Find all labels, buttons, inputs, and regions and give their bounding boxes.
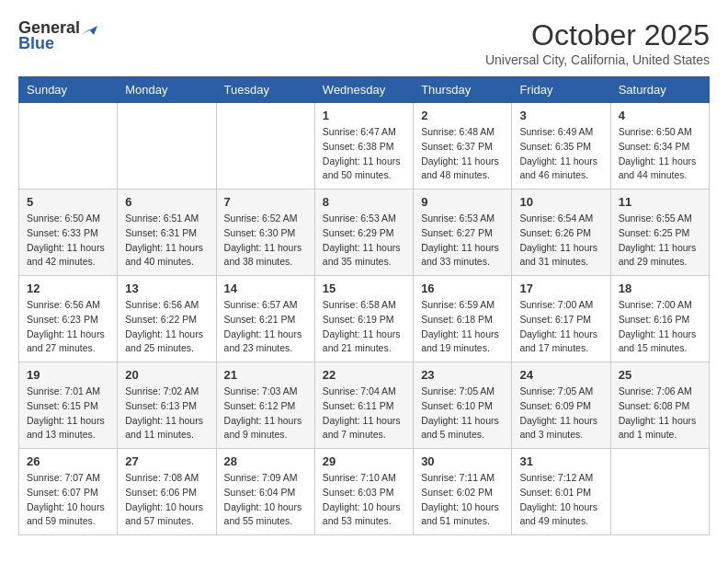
day-info: Sunrise: 7:00 AMSunset: 6:17 PMDaylight:… [519, 298, 602, 356]
calendar-cell-week2-day5: 10Sunrise: 6:54 AMSunset: 6:26 PMDayligh… [512, 190, 610, 276]
day-info-line: Sunrise: 6:53 AM [323, 213, 396, 224]
day-info: Sunrise: 7:07 AMSunset: 6:07 PMDaylight:… [27, 471, 109, 529]
day-info-line: Sunrise: 6:50 AM [27, 213, 100, 224]
day-info-line: and 48 minutes. [421, 169, 490, 180]
day-number: 17 [519, 282, 602, 295]
day-info-line: Sunset: 6:22 PM [125, 314, 197, 325]
calendar-cell-week5-day2: 28Sunrise: 7:09 AMSunset: 6:04 PMDayligh… [216, 449, 314, 535]
calendar-cell-week1-day5: 3Sunrise: 6:49 AMSunset: 6:35 PMDaylight… [512, 103, 610, 190]
day-info-line: and 11 minutes. [125, 429, 194, 440]
day-number: 9 [421, 195, 504, 209]
calendar-cell-week3-day6: 18Sunrise: 7:00 AMSunset: 6:16 PMDayligh… [610, 276, 709, 362]
day-number: 18 [619, 282, 701, 295]
day-info-line: Sunrise: 7:11 AM [421, 472, 495, 483]
day-info: Sunrise: 7:02 AMSunset: 6:13 PMDaylight:… [125, 385, 208, 442]
day-info-line: Sunset: 6:07 PM [27, 487, 98, 498]
day-info: Sunrise: 6:57 AMSunset: 6:21 PMDaylight:… [224, 298, 307, 356]
day-info-line: Sunrise: 6:50 AM [619, 126, 692, 137]
calendar-cell-week1-day6: 4Sunrise: 6:50 AMSunset: 6:34 PMDaylight… [610, 103, 709, 190]
day-info-line: Sunrise: 6:58 AM [323, 299, 396, 310]
page-header: General Blue October 2025 Universal City… [18, 18, 710, 67]
day-info-line: and 5 minutes. [421, 429, 484, 440]
calendar-week-1: 1Sunrise: 6:47 AMSunset: 6:38 PMDaylight… [19, 103, 710, 190]
weekday-header-row: SundayMondayTuesdayWednesdayThursdayFrid… [19, 77, 710, 103]
day-info: Sunrise: 7:09 AMSunset: 6:04 PMDaylight:… [224, 471, 307, 529]
day-number: 16 [421, 282, 504, 295]
day-info-line: Sunset: 6:37 PM [421, 141, 493, 152]
day-info-line: Sunset: 6:17 PM [519, 314, 591, 325]
day-info-line: Sunset: 6:29 PM [323, 227, 394, 238]
day-info-line: Sunrise: 7:04 AM [323, 385, 396, 396]
svg-marker-0 [81, 26, 97, 35]
day-info-line: Daylight: 11 hours [27, 328, 105, 339]
day-info-line: and 57 minutes. [125, 515, 194, 526]
day-number: 7 [224, 195, 307, 209]
day-number: 22 [323, 368, 405, 382]
calendar-cell-week5-day0: 26Sunrise: 7:07 AMSunset: 6:07 PMDayligh… [19, 449, 118, 535]
calendar-cell-week3-day0: 12Sunrise: 6:56 AMSunset: 6:23 PMDayligh… [19, 276, 118, 362]
calendar-cell-week2-day2: 7Sunrise: 6:52 AMSunset: 6:30 PMDaylight… [216, 190, 314, 276]
logo-bird-icon [81, 22, 97, 35]
day-info-line: Daylight: 10 hours [519, 501, 597, 512]
day-info-line: Sunrise: 7:08 AM [125, 472, 199, 483]
day-info-line: and 35 minutes. [323, 256, 392, 267]
day-info: Sunrise: 6:48 AMSunset: 6:37 PMDaylight:… [421, 125, 504, 183]
day-info: Sunrise: 6:50 AMSunset: 6:33 PMDaylight:… [27, 212, 109, 270]
title-area: October 2025 Universal City, California,… [485, 18, 710, 67]
day-number: 20 [125, 368, 208, 382]
weekday-header-thursday: Thursday [414, 77, 512, 103]
day-info-line: Daylight: 10 hours [323, 501, 401, 512]
day-info: Sunrise: 7:05 AMSunset: 6:09 PMDaylight:… [519, 385, 602, 442]
day-info-line: Daylight: 10 hours [125, 501, 203, 512]
day-info-line: Sunrise: 7:00 AM [619, 299, 692, 310]
day-info: Sunrise: 6:55 AMSunset: 6:25 PMDaylight:… [619, 212, 701, 270]
day-number: 27 [125, 454, 208, 468]
day-info-line: Sunrise: 7:07 AM [27, 472, 100, 483]
weekday-header-friday: Friday [512, 77, 610, 103]
day-info-line: and 40 minutes. [125, 256, 194, 267]
day-info-line: and 49 minutes. [519, 515, 588, 526]
calendar-week-3: 12Sunrise: 6:56 AMSunset: 6:23 PMDayligh… [19, 276, 710, 362]
day-info-line: Daylight: 11 hours [224, 415, 302, 426]
day-info-line: Sunrise: 6:47 AM [323, 126, 396, 137]
day-info-line: Daylight: 11 hours [421, 242, 499, 253]
day-info-line: and 42 minutes. [27, 256, 96, 267]
calendar-cell-week5-day5: 31Sunrise: 7:12 AMSunset: 6:01 PMDayligh… [512, 449, 610, 535]
day-info-line: Daylight: 10 hours [27, 501, 105, 512]
day-info-line: and 3 minutes. [519, 429, 583, 440]
day-number: 25 [619, 368, 701, 382]
day-info: Sunrise: 7:05 AMSunset: 6:10 PMDaylight:… [421, 385, 504, 442]
day-info-line: Sunset: 6:23 PM [27, 314, 98, 325]
weekday-header-tuesday: Tuesday [216, 77, 314, 103]
day-info-line: Sunset: 6:11 PM [323, 400, 394, 411]
day-number: 5 [27, 195, 109, 209]
day-info: Sunrise: 6:51 AMSunset: 6:31 PMDaylight:… [125, 212, 208, 270]
day-number: 1 [323, 109, 405, 122]
day-info: Sunrise: 7:04 AMSunset: 6:11 PMDaylight:… [323, 385, 405, 442]
day-info: Sunrise: 7:11 AMSunset: 6:02 PMDaylight:… [421, 471, 504, 529]
day-info: Sunrise: 6:50 AMSunset: 6:34 PMDaylight:… [619, 125, 701, 183]
calendar-cell-week2-day1: 6Sunrise: 6:51 AMSunset: 6:31 PMDaylight… [118, 190, 216, 276]
day-info-line: and 55 minutes. [224, 515, 293, 526]
day-info-line: Sunset: 6:03 PM [323, 487, 394, 498]
day-info-line: Sunset: 6:01 PM [519, 487, 591, 498]
day-info-line: and 27 minutes. [27, 342, 96, 353]
day-info-line: Sunrise: 7:05 AM [421, 385, 495, 396]
day-info: Sunrise: 7:06 AMSunset: 6:08 PMDaylight:… [619, 385, 701, 442]
day-info-line: Daylight: 11 hours [323, 328, 401, 339]
day-info-line: and 1 minute. [619, 429, 677, 440]
day-number: 4 [619, 109, 701, 122]
day-number: 3 [519, 109, 602, 122]
day-info-line: Daylight: 11 hours [125, 242, 203, 253]
day-info-line: and 9 minutes. [224, 429, 288, 440]
day-info-line: Sunset: 6:15 PM [27, 400, 98, 411]
day-info-line: Sunset: 6:30 PM [224, 227, 296, 238]
day-info-line: Sunset: 6:25 PM [619, 227, 690, 238]
day-info-line: Sunset: 6:34 PM [619, 141, 690, 152]
day-info-line: Daylight: 11 hours [519, 415, 597, 426]
calendar-cell-week5-day3: 29Sunrise: 7:10 AMSunset: 6:03 PMDayligh… [314, 449, 413, 535]
day-info-line: Sunrise: 7:01 AM [27, 385, 100, 396]
calendar-cell-week4-day3: 22Sunrise: 7:04 AMSunset: 6:11 PMDayligh… [314, 362, 413, 449]
calendar-cell-week4-day6: 25Sunrise: 7:06 AMSunset: 6:08 PMDayligh… [610, 362, 709, 449]
day-number: 6 [125, 195, 208, 209]
